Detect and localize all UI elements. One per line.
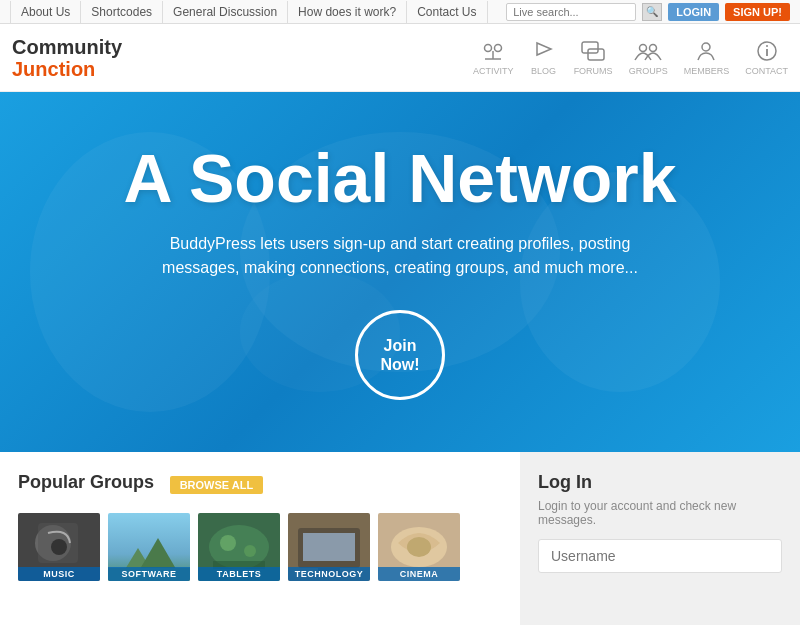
top-nav-general[interactable]: General Discussion — [163, 1, 288, 23]
popular-groups-section: Popular Groups BROWSE ALL MUSIC — [0, 452, 520, 625]
login-panel: Log In Login to your account and check n… — [520, 452, 800, 625]
popular-groups-title: Popular Groups — [18, 472, 154, 493]
username-input[interactable] — [538, 539, 782, 573]
logo-junction: Junction — [12, 58, 122, 80]
svg-point-6 — [640, 45, 647, 52]
svg-point-1 — [495, 45, 502, 52]
groups-label: GROUPS — [629, 66, 668, 76]
browse-all-button[interactable]: BROWSE ALL — [170, 476, 264, 494]
groups-icon — [634, 39, 662, 63]
svg-point-7 — [650, 45, 657, 52]
main-nav: Community Junction ACTIVITY BLOG — [0, 24, 800, 92]
svg-rect-4 — [582, 42, 598, 53]
svg-point-27 — [244, 545, 256, 557]
signup-button[interactable]: SIGN UP! — [725, 3, 790, 21]
activity-label: ACTIVITY — [473, 66, 514, 76]
login-subtitle: Login to your account and check new mess… — [538, 499, 782, 527]
forums-icon — [579, 39, 607, 63]
contact-icon — [753, 39, 781, 63]
hero-section: A Social Network BuddyPress lets users s… — [0, 92, 800, 452]
top-nav-about[interactable]: About Us — [10, 1, 81, 23]
group-music-label: MUSIC — [18, 567, 100, 581]
top-bar-right: 🔍 LOGIN SIGN UP! — [506, 3, 790, 21]
top-bar: About Us Shortcodes General Discussion H… — [0, 0, 800, 24]
svg-point-0 — [485, 45, 492, 52]
login-title: Log In — [538, 472, 782, 493]
group-cinema-label: CINEMA — [378, 567, 460, 581]
svg-point-11 — [766, 45, 768, 47]
forums-label: FORUMS — [574, 66, 613, 76]
group-technology-label: TECHNOLOGY — [288, 567, 370, 581]
logo-community: Community — [12, 36, 122, 58]
activity-icon — [479, 39, 507, 63]
group-card-cinema[interactable]: CINEMA — [378, 513, 460, 581]
contact-label: CONTACT — [745, 66, 788, 76]
svg-point-26 — [220, 535, 236, 551]
top-nav-howdoes[interactable]: How does it work? — [288, 1, 407, 23]
nav-forums[interactable]: FORUMS — [574, 39, 613, 76]
members-icon — [692, 39, 720, 63]
join-now-button[interactable]: JoinNow! — [355, 310, 445, 400]
logo[interactable]: Community Junction — [12, 36, 122, 80]
groups-row: MUSIC SOFTWARE — [18, 513, 502, 581]
group-card-music[interactable]: MUSIC — [18, 513, 100, 581]
login-button[interactable]: LOGIN — [668, 3, 719, 21]
group-software-label: SOFTWARE — [108, 567, 190, 581]
members-label: MEMBERS — [684, 66, 730, 76]
nav-members[interactable]: MEMBERS — [684, 39, 730, 76]
blog-label: BLOG — [531, 66, 556, 76]
top-bar-nav: About Us Shortcodes General Discussion H… — [10, 1, 488, 23]
icon-nav: ACTIVITY BLOG FORUMS — [473, 39, 788, 76]
group-card-technology[interactable]: TECHNOLOGY — [288, 513, 370, 581]
svg-rect-5 — [588, 49, 604, 60]
svg-rect-31 — [303, 533, 355, 561]
popular-groups-header: Popular Groups BROWSE ALL — [18, 472, 502, 505]
nav-activity[interactable]: ACTIVITY — [473, 39, 514, 76]
search-button[interactable]: 🔍 — [642, 3, 662, 21]
group-tablets-label: TABLETS — [198, 567, 280, 581]
search-input[interactable] — [506, 3, 636, 21]
hero-heading: A Social Network — [124, 144, 677, 212]
hero-description: BuddyPress lets users sign-up and start … — [140, 232, 660, 280]
svg-point-8 — [702, 43, 710, 51]
svg-point-36 — [407, 537, 431, 557]
blog-icon — [530, 39, 558, 63]
group-card-tablets[interactable]: TABLETS — [198, 513, 280, 581]
svg-point-19 — [51, 539, 67, 555]
nav-blog[interactable]: BLOG — [530, 39, 558, 76]
top-nav-shortcodes[interactable]: Shortcodes — [81, 1, 163, 23]
nav-groups[interactable]: GROUPS — [629, 39, 668, 76]
lower-section: Popular Groups BROWSE ALL MUSIC — [0, 452, 800, 625]
top-nav-contact[interactable]: Contact Us — [407, 1, 487, 23]
group-card-software[interactable]: SOFTWARE — [108, 513, 190, 581]
nav-contact[interactable]: CONTACT — [745, 39, 788, 76]
